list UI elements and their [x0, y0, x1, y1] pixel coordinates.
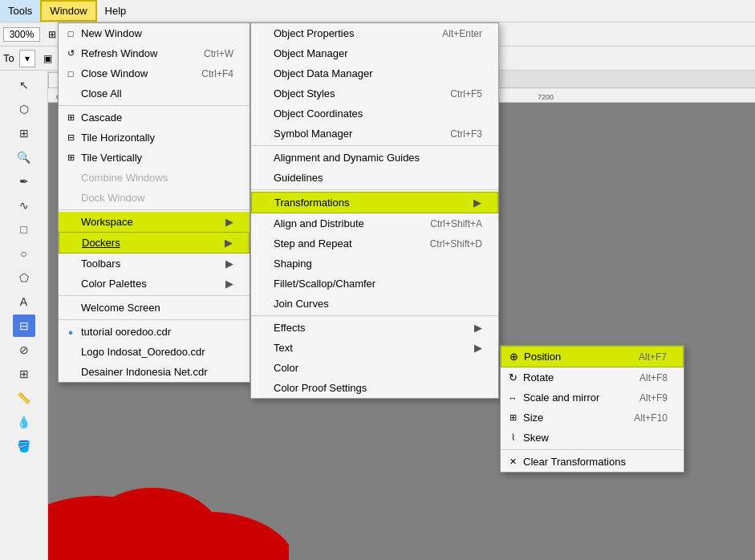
menubar-help[interactable]: Help — [97, 0, 135, 22]
para-tool[interactable]: ⊘ — [13, 339, 35, 361]
docker-color[interactable]: Color — [251, 358, 498, 378]
menu-new-window[interactable]: □ New Window — [59, 23, 250, 43]
ellipse-tool[interactable]: ○ — [13, 242, 35, 265]
alignment-label: Alignment and Dynamic Guides — [274, 152, 420, 164]
table-tool[interactable]: ⊟ — [13, 314, 35, 337]
color-label: Color — [274, 362, 298, 374]
docker-obj-manager[interactable]: Object Manager — [251, 43, 498, 63]
docker-guidelines[interactable]: Guidelines — [251, 168, 498, 188]
toolbars-label: Toolbars — [81, 258, 120, 270]
scale-mirror-label: Scale and mirror — [523, 392, 599, 404]
size-shortcut: Alt+F10 — [634, 412, 668, 424]
join-curves-label: Join Curves — [274, 298, 329, 310]
transformations-label: Transformations — [274, 197, 349, 209]
rotate-shortcut: Alt+F8 — [639, 372, 668, 383]
welcome-label: Welcome Screen — [81, 302, 160, 314]
transform-clear[interactable]: ✕ Clear Transformations — [501, 452, 684, 472]
transform-skew[interactable]: ⌇ Skew — [501, 428, 684, 448]
skew-icon: ⌇ — [505, 431, 520, 445]
guidelines-label: Guidelines — [274, 172, 323, 184]
menubar-window[interactable]: Window — [40, 0, 96, 22]
menu-tile-v[interactable]: ⊞ Tile Vertically — [59, 148, 250, 168]
transformations-arrow-icon: ▶ — [473, 197, 481, 209]
close-window-icon: □ — [63, 67, 78, 81]
docker-symbol-manager[interactable]: Symbol Manager Ctrl+F3 — [251, 124, 498, 144]
menubar-tools[interactable]: Tools — [0, 0, 40, 22]
docker-fillet[interactable]: Fillet/Scallop/Chamfer — [251, 274, 498, 294]
to-dropdown[interactable]: ▾ — [19, 50, 35, 67]
tile-v-label: Tile Vertically — [81, 152, 142, 164]
file-logo-icon — [63, 345, 78, 359]
docker-text[interactable]: Text ▶ — [251, 338, 498, 358]
menu-dockers[interactable]: Dockers ▶ — [59, 232, 250, 254]
curve-tool[interactable]: ✒ — [13, 170, 35, 193]
docker-obj-styles[interactable]: Object Styles Ctrl+F5 — [251, 83, 498, 103]
docker-join-curves[interactable]: Join Curves — [251, 294, 498, 314]
align-distribute-label: Align and Distribute — [274, 217, 364, 229]
skew-label: Skew — [523, 432, 549, 444]
measure-tool[interactable]: 📏 — [13, 387, 35, 409]
menu-refresh-window[interactable]: ↺ Refresh Window Ctrl+W — [59, 43, 250, 63]
docker-step-repeat[interactable]: Step and Repeat Ctrl+Shift+D — [251, 233, 498, 254]
shape-tool[interactable]: ⬡ — [13, 98, 35, 120]
docker-obj-data-manager[interactable]: Object Data Manager — [251, 63, 498, 83]
polygon-tool[interactable]: ⬠ — [13, 266, 35, 289]
effects-label: Effects — [274, 322, 306, 334]
symbol-manager-label: Symbol Manager — [274, 128, 352, 140]
dock-window-label: Dock Window — [81, 192, 144, 204]
menubar: Tools Window Help — [0, 0, 755, 22]
dockers-label: Dockers — [82, 237, 120, 249]
menu-file-desainer[interactable]: Desainer Indonesia Net.cdr — [59, 362, 250, 382]
refresh-window-shortcut: Ctrl+W — [204, 48, 233, 59]
step-repeat-label: Step and Repeat — [274, 237, 352, 250]
position-label: Position — [524, 351, 561, 363]
smart-tool[interactable]: ∿ — [13, 194, 35, 217]
cascade-label: Cascade — [81, 112, 122, 124]
combine-windows-icon — [63, 171, 78, 185]
menu-color-palettes[interactable]: Color Palettes ▶ — [59, 274, 250, 294]
docker-obj-props[interactable]: Object Properties Alt+Enter — [251, 23, 498, 43]
select-tool[interactable]: ↖ — [13, 74, 35, 96]
obj-styles-shortcut: Ctrl+F5 — [450, 88, 482, 99]
menu-welcome-screen[interactable]: Welcome Screen — [59, 298, 250, 318]
dock-window-icon — [63, 191, 78, 205]
zoom-tool[interactable]: 🔍 — [13, 146, 35, 168]
docker-align-distribute[interactable]: Align and Distribute Ctrl+Shift+A — [251, 213, 498, 233]
welcome-icon — [63, 301, 78, 315]
effects-arrow-icon: ▶ — [474, 322, 482, 334]
menu-toolbars[interactable]: Toolbars ▶ — [59, 254, 250, 274]
menu-file-tutorial[interactable]: ● tutorial ooredoo.cdr — [59, 322, 250, 342]
transform-scale-mirror[interactable]: ↔ Scale and mirror Alt+F9 — [501, 388, 684, 408]
color-palettes-label: Color Palettes — [81, 278, 147, 290]
tile-h-label: Tile Horizontally — [81, 132, 155, 144]
crop-tool[interactable]: ⊞ — [13, 122, 35, 144]
transform-sep1 — [501, 449, 684, 450]
docker-transformations[interactable]: Transformations ▶ — [251, 192, 498, 213]
transform-rotate[interactable]: ↻ Rotate Alt+F8 — [501, 367, 684, 388]
menu-workspace[interactable]: Workspace ▶ — [59, 212, 250, 232]
menu-close-all[interactable]: Close All — [59, 83, 250, 103]
docker-effects[interactable]: Effects ▶ — [251, 318, 498, 338]
fill-tool[interactable]: 🪣 — [13, 435, 35, 457]
menu-tile-h[interactable]: ⊟ Tile Horizontally — [59, 128, 250, 148]
text-label: Text — [274, 342, 293, 354]
menu-file-logo[interactable]: Logo Indosat_Ooredoo.cdr — [59, 342, 250, 362]
docker-shaping[interactable]: Shaping — [251, 254, 498, 274]
menu-cascade[interactable]: ⊞ Cascade — [59, 108, 250, 128]
transform-size[interactable]: ⊞ Size Alt+F10 — [501, 408, 684, 428]
docker-obj-coords[interactable]: Object Coordinates — [251, 103, 498, 124]
transform-position[interactable]: ⊕ Position Alt+F7 — [501, 346, 684, 367]
docker-color-proof[interactable]: Color Proof Settings — [251, 378, 498, 398]
rotate-label: Rotate — [523, 371, 554, 383]
dropper-tool[interactable]: 💧 — [13, 411, 35, 433]
tb2-btn1[interactable]: ▣ — [39, 50, 58, 67]
sep3 — [59, 295, 250, 296]
connector-tool[interactable]: ⊞ — [13, 363, 35, 385]
menu-close-window[interactable]: □ Close Window Ctrl+F4 — [59, 63, 250, 83]
position-icon: ⊕ — [506, 350, 521, 364]
docker-alignment[interactable]: Alignment and Dynamic Guides — [251, 148, 498, 168]
rect-tool[interactable]: □ — [13, 218, 35, 241]
ruler-tick-6: 7200 — [538, 93, 554, 101]
zoom-input[interactable]: 300% — [3, 27, 40, 42]
text-tool[interactable]: A — [13, 290, 35, 313]
